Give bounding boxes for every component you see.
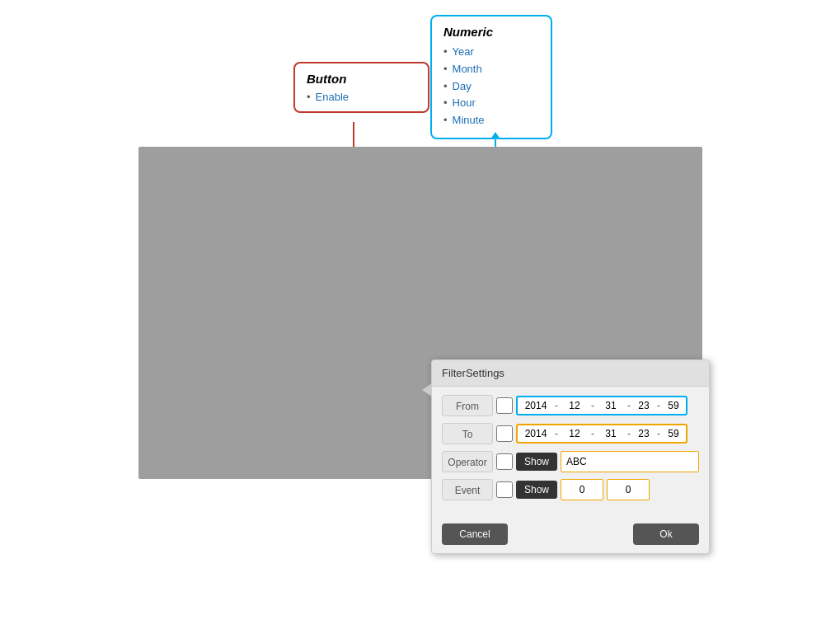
to-label: To <box>442 423 493 444</box>
event-val2-input[interactable] <box>607 479 650 500</box>
event-show-button[interactable]: Show <box>516 481 557 499</box>
to-month-input[interactable] <box>559 425 590 442</box>
numeric-minute: Minute <box>443 112 539 129</box>
from-year-input[interactable] <box>518 397 554 414</box>
filter-settings-dialog: FilterSettings From - - - - <box>431 359 710 554</box>
event-checkbox[interactable] <box>496 481 513 498</box>
dialog-body: From - - - - To <box>432 387 709 520</box>
to-row: To - - - - <box>442 423 699 444</box>
from-date-group: - - - - <box>516 396 687 415</box>
from-label: From <box>442 395 493 416</box>
dialog-button-row: Cancel Ok <box>432 520 709 553</box>
to-minute-input[interactable] <box>661 425 686 442</box>
numeric-annotation-box: Numeric Year Month Day Hour Minute <box>430 15 552 139</box>
operator-checkbox[interactable] <box>496 453 513 470</box>
to-date-group: - - - - <box>516 424 687 444</box>
from-day-input[interactable] <box>595 397 626 414</box>
numeric-month: Month <box>443 61 539 78</box>
from-minute-input[interactable] <box>661 397 686 414</box>
to-day-input[interactable] <box>595 425 626 442</box>
from-month-input[interactable] <box>559 397 590 414</box>
operator-text-input[interactable] <box>561 451 699 472</box>
to-year-input[interactable] <box>518 425 554 442</box>
event-val1-input[interactable] <box>561 479 603 500</box>
operator-row: Operator Show <box>442 451 699 472</box>
from-hour-input[interactable] <box>631 397 656 414</box>
to-hour-input[interactable] <box>631 425 656 442</box>
main-content-area: FilterSettings From - - - - <box>138 147 702 479</box>
numeric-hour: Hour <box>443 95 539 112</box>
dialog-title: FilterSettings <box>432 360 709 387</box>
button-annotation-title: Button <box>307 72 416 86</box>
numeric-year: Year <box>443 44 539 61</box>
operator-label: Operator <box>442 451 493 472</box>
ok-button[interactable]: Ok <box>633 523 699 545</box>
from-row: From - - - - <box>442 395 699 416</box>
button-annotation-box: Button Enable <box>293 62 429 113</box>
numeric-annotation-title: Numeric <box>443 25 539 39</box>
button-annotation-enable: Enable <box>307 91 416 103</box>
to-checkbox[interactable] <box>496 425 513 442</box>
operator-show-button[interactable]: Show <box>516 453 557 471</box>
numeric-day: Day <box>443 78 539 96</box>
event-label: Event <box>442 479 493 500</box>
dialog-arrow-indicator <box>422 383 432 397</box>
event-row: Event Show <box>442 479 699 500</box>
cancel-button[interactable]: Cancel <box>442 523 508 545</box>
from-checkbox[interactable] <box>496 397 513 414</box>
